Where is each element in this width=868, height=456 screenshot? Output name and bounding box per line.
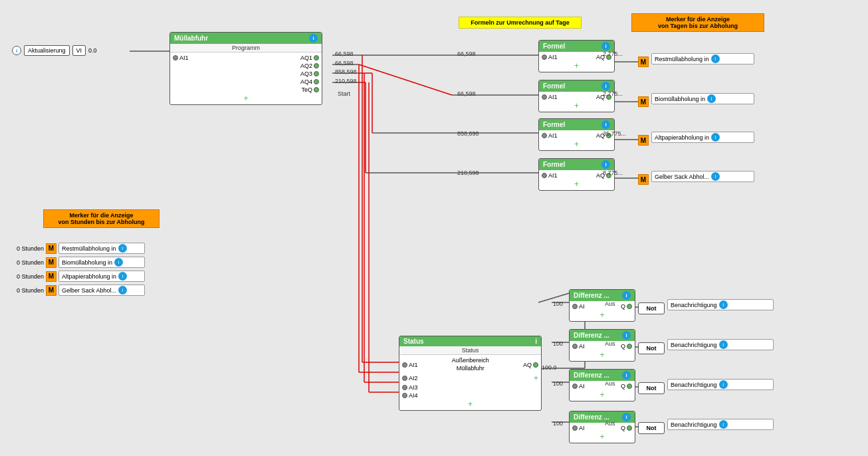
formel3-info[interactable]: i <box>601 120 610 129</box>
status-add-btn[interactable]: + <box>402 399 538 409</box>
val-formel2-in: 66,598 <box>457 90 476 97</box>
biomuell-info[interactable]: i <box>707 94 716 103</box>
left-info-4[interactable]: i <box>118 286 127 294</box>
val-formel4-out: 8,775... <box>603 170 623 176</box>
formel3-in-label: AI1 <box>548 132 558 139</box>
left-markers-group: 0 Stunden M Restmüllabholung in i 0 Stun… <box>12 243 145 296</box>
differenz4-add[interactable]: + <box>572 432 632 441</box>
formel3-title: Formel <box>543 121 565 128</box>
m-marker-1: M <box>638 57 649 67</box>
formel1-in-dot <box>542 55 547 60</box>
not-block-2: Not <box>638 342 665 354</box>
left-info-1[interactable]: i <box>118 244 127 253</box>
status-subheader: Status <box>399 346 541 355</box>
differenz1-add[interactable]: + <box>572 310 632 320</box>
muellabuhr-add[interactable]: + <box>173 94 319 103</box>
yellow-label-formeln: Formeln zur Umrechnung auf Tage <box>459 17 582 29</box>
differenz4-q-label: Q <box>621 425 625 431</box>
status-info[interactable]: i <box>535 338 537 345</box>
aktualisierung-circle: i <box>12 46 21 55</box>
benachrichtigung-info-1[interactable]: i <box>719 300 728 309</box>
differenz3-add[interactable]: + <box>572 390 632 399</box>
muellabuhr-header: Müllabfuhr i <box>170 33 322 44</box>
altpapier-info[interactable]: i <box>711 133 720 142</box>
status-body: AI1 Außenbereich Müllabfuhr AQ AI2 <box>399 355 541 410</box>
m-marker-3: M <box>638 135 649 146</box>
benachrichtigung-info-2[interactable]: i <box>719 340 728 349</box>
not-block-4: Not <box>638 422 665 434</box>
formel2-in-dot <box>542 94 547 100</box>
formel3-header: Formel i <box>539 119 614 130</box>
m-left-1: M <box>46 243 56 254</box>
differenz2-title: Differenz ... <box>574 332 609 339</box>
benachrichtigung-box-3: Benachrichtigung i <box>667 379 774 390</box>
m-marker-4: M <box>638 174 649 185</box>
gelber-sack-info[interactable]: i <box>711 172 720 181</box>
port-teq-out: TeQ <box>301 86 319 93</box>
differenz2-add[interactable]: + <box>572 350 632 360</box>
formel2-info[interactable]: i <box>601 82 610 90</box>
not-block-1: Not <box>638 302 665 314</box>
formel4-add[interactable]: + <box>542 179 611 189</box>
ai1-dot <box>173 55 178 60</box>
differenz3-q-dot <box>627 384 632 389</box>
val-diff4-out: Aus <box>605 420 615 427</box>
status-row-ai1: AI1 Außenbereich Müllabfuhr AQ <box>402 356 538 373</box>
status-plus[interactable]: + <box>534 374 538 383</box>
differenz3-info[interactable]: i <box>622 371 631 380</box>
left-info-3[interactable]: i <box>118 272 127 281</box>
differenz2-ai-dot <box>572 344 578 349</box>
benachrichtigung-3: Benachrichtigung <box>671 382 717 388</box>
left-info-2[interactable]: i <box>114 258 123 267</box>
status-header: Status i <box>399 336 541 346</box>
differenz3-ai-in: AI <box>572 383 585 390</box>
muellabuhr-row-teq: TeQ <box>173 86 319 94</box>
status-aq-label: AQ <box>523 362 532 368</box>
aktualisierung-label: Aktualisierung <box>24 45 70 56</box>
formel4-title: Formel <box>543 161 565 168</box>
benachrichtigung-info-4[interactable]: i <box>719 420 728 429</box>
aktualisierung-block: i Aktualisierung VI 0.0 <box>12 45 97 56</box>
differenz2-info[interactable]: i <box>622 331 631 340</box>
differenz-block-4: Differenz ... i AI Q + <box>569 411 635 443</box>
restmuell-info[interactable]: i <box>711 55 720 63</box>
orange-label-merker2: Merker für die Anzeigevon Stunden bis zu… <box>43 209 160 228</box>
benachrichtigung-2: Benachrichtigung <box>671 342 717 348</box>
aq2-dot <box>314 63 319 68</box>
info-label-restmuell: Restmüllabholung in i <box>651 53 754 64</box>
val-aq2: 66,598 <box>335 60 354 66</box>
formel1-info[interactable]: i <box>601 42 610 51</box>
biomuell-label: Biomüllabholung in <box>655 96 705 102</box>
benachrichtigung-1: Benachrichtigung <box>671 302 717 308</box>
formel2-add[interactable]: + <box>542 101 611 110</box>
hours-1: 0 Stunden <box>12 245 44 252</box>
muellabuhr-row-ai1: AI1 AQ1 <box>173 54 319 62</box>
differenz4-header: Differenz ... i <box>570 411 635 423</box>
differenz4-info[interactable]: i <box>622 413 631 421</box>
formel1-row: AI1 AQ <box>542 53 611 61</box>
benachrichtigung-info-3[interactable]: i <box>719 380 728 389</box>
info-label-gelber-sack: Gelber Sack Abhol... i <box>651 171 754 182</box>
left-marker-row-3: 0 Stunden M Altpapierabholung in i <box>12 271 145 282</box>
differenz1-info[interactable]: i <box>622 291 631 300</box>
differenz4-q-dot <box>627 425 632 431</box>
not-2-label: Not <box>647 345 657 352</box>
formel3-add[interactable]: + <box>542 140 611 149</box>
muellabuhr-info-btn[interactable]: i <box>309 34 318 43</box>
differenz2-q-label: Q <box>621 343 625 350</box>
m-left-4: M <box>46 285 56 296</box>
val-diff4-in: 100 <box>553 420 563 427</box>
differenz-block-3: Differenz ... i AI Q + <box>569 369 635 401</box>
formel4-in-port: AI1 <box>542 172 558 179</box>
aq3-label: AQ3 <box>300 70 312 77</box>
differenz1-ai-in: AI <box>572 303 585 310</box>
formel2-in-port: AI1 <box>542 94 558 100</box>
val-diff2-out: Aus <box>605 340 615 347</box>
left-label-1: Restmüllabholung in <box>62 245 116 252</box>
formel4-info[interactable]: i <box>601 160 610 169</box>
m-marker-2: M <box>638 96 649 107</box>
status-aq-out: AQ <box>523 362 538 368</box>
formel1-add[interactable]: + <box>542 61 611 70</box>
status-title: Status <box>403 338 424 345</box>
formel3-row: AI1 AQ <box>542 132 611 140</box>
